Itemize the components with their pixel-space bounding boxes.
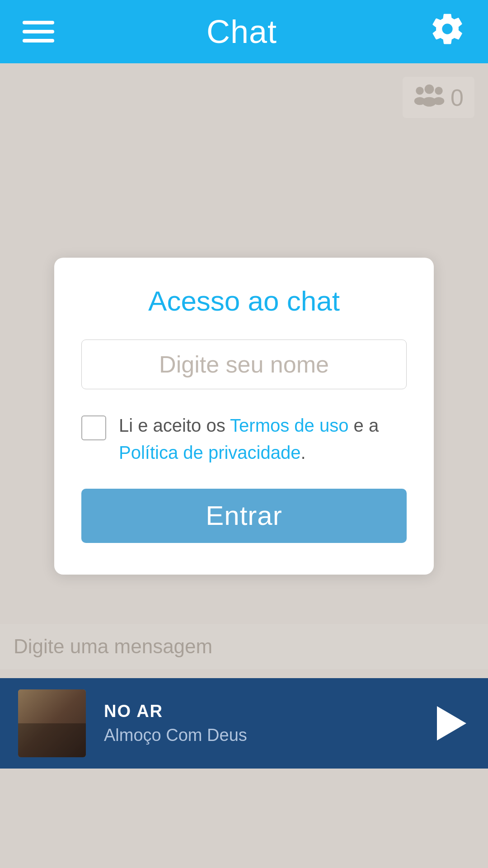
terms-checkbox[interactable]	[81, 415, 106, 440]
main-content: 0 Acesso ao chat Li e aceito os Termos d…	[0, 63, 488, 769]
name-input[interactable]	[81, 340, 407, 389]
play-button[interactable]	[429, 703, 470, 744]
terms-row: Li e aceito os Termos de uso e a Polític…	[81, 412, 407, 466]
terms-middle: e a	[348, 415, 379, 435]
page-title: Chat	[206, 13, 277, 50]
now-playing-info: NO AR Almoço Com Deus	[104, 702, 411, 745]
now-playing-title: Almoço Com Deus	[104, 726, 411, 745]
now-playing-bar: NO AR Almoço Com Deus	[0, 678, 488, 769]
terms-of-use-link[interactable]: Termos de uso	[230, 415, 348, 435]
terms-prefix: Li e aceito os	[119, 415, 230, 435]
privacy-policy-link[interactable]: Política de privacidade	[119, 443, 300, 462]
login-title: Acesso ao chat	[81, 285, 407, 317]
now-playing-thumbnail	[18, 689, 86, 757]
message-placeholder: Digite uma mensagem	[14, 635, 212, 658]
login-card: Acesso ao chat Li e aceito os Termos de …	[54, 258, 434, 575]
settings-icon[interactable]	[429, 11, 465, 53]
terms-text: Li e aceito os Termos de uso e a Polític…	[119, 412, 407, 466]
enter-button[interactable]: Entrar	[81, 489, 407, 543]
message-bar: Digite uma mensagem	[0, 624, 488, 669]
app-header: Chat	[0, 0, 488, 63]
menu-button[interactable]	[23, 21, 54, 42]
play-icon	[437, 706, 466, 741]
terms-suffix: .	[300, 443, 305, 462]
thumbnail-image	[18, 689, 86, 757]
now-playing-label: NO AR	[104, 702, 411, 721]
